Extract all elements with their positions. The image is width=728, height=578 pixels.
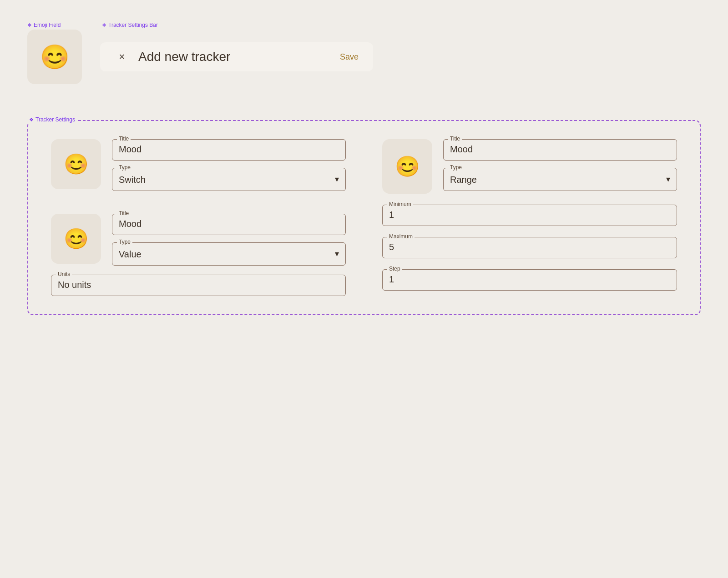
item3-emoji: 😊 <box>395 156 420 176</box>
item3-dropdown-arrow[interactable]: ▾ <box>666 174 670 184</box>
item3-minimum-value: 1 <box>389 208 394 220</box>
item1-type-select-wrapper: Switch ▾ <box>119 173 339 185</box>
tracker-settings-bar: × Add new tracker Save <box>100 42 373 71</box>
tracker-bar-title: Add new tracker <box>138 50 331 64</box>
item2-title-label: Title <box>117 210 131 216</box>
item2-title-field[interactable]: Title Mood <box>112 214 346 235</box>
item1-emoji-box[interactable]: 😊 <box>51 139 101 189</box>
item3-title-label: Title <box>448 136 462 142</box>
tracker-item-value-wrapper: 😊 Title Mood Type Value ▾ <box>51 214 346 296</box>
item2-title-value: Mood <box>119 217 142 229</box>
annotation-tracker-settings: Tracker Settings <box>27 116 77 123</box>
item3-maximum-value: 5 <box>389 240 394 252</box>
emoji-field-box[interactable]: 😊 <box>27 30 82 84</box>
item2-units-value: No units <box>58 278 91 290</box>
item1-fields: Title Mood Type Switch ▾ <box>112 139 346 191</box>
top-section: 😊 × Add new tracker Save <box>27 30 373 84</box>
item3-step-label: Step <box>387 266 402 272</box>
item3-maximum-field[interactable]: Maximum 5 <box>382 237 677 258</box>
right-column: 😊 Title Mood Type Range ▾ <box>382 139 677 296</box>
item2-fields: Title Mood Type Value ▾ <box>112 214 346 266</box>
item3-type-field[interactable]: Type Range ▾ <box>443 168 677 191</box>
item2-emoji-box[interactable]: 😊 <box>51 214 101 264</box>
item3-title-field[interactable]: Title Mood <box>443 139 677 161</box>
item2-type-select-wrapper: Value ▾ <box>119 247 339 260</box>
item1-title-value: Mood <box>119 142 142 154</box>
item2-units-field[interactable]: Units No units <box>51 275 346 296</box>
annotation-emoji-field: Emoji Field <box>27 22 61 28</box>
item3-title-value: Mood <box>450 142 473 154</box>
item3-maximum-label: Maximum <box>387 233 415 240</box>
item3-minimum-label: Minimum <box>387 201 413 207</box>
item3-step-field[interactable]: Step 1 <box>382 269 677 291</box>
item3-fields: Title Mood Type Range ▾ <box>443 139 677 191</box>
item3-type-value: Range <box>450 173 477 185</box>
item3-type-select-wrapper: Range ▾ <box>450 173 670 185</box>
item2-type-field[interactable]: Type Value ▾ <box>112 242 346 266</box>
item2-dropdown-arrow[interactable]: ▾ <box>335 249 339 259</box>
close-button[interactable]: × <box>115 50 129 64</box>
item2-emoji: 😊 <box>64 229 89 249</box>
item1-title-label: Title <box>117 136 131 142</box>
item3-type-label: Type <box>448 164 464 171</box>
save-button[interactable]: Save <box>340 52 359 62</box>
item3-emoji-box[interactable]: 😊 <box>382 139 432 194</box>
item1-type-value: Switch <box>119 173 146 185</box>
item1-emoji: 😊 <box>64 154 89 174</box>
item2-units-label: Units <box>56 271 72 277</box>
item1-type-field[interactable]: Type Switch ▾ <box>112 168 346 191</box>
item2-type-label: Type <box>117 239 132 245</box>
tracker-item-range: 😊 Title Mood Type Range ▾ <box>382 139 677 194</box>
item1-dropdown-arrow[interactable]: ▾ <box>335 174 339 184</box>
item1-title-field[interactable]: Title Mood <box>112 139 346 161</box>
item1-type-label: Type <box>117 164 132 171</box>
annotation-tracker-settings-bar: Tracker Settings Bar <box>102 22 158 28</box>
item3-step-value: 1 <box>389 272 394 284</box>
item3-minimum-field[interactable]: Minimum 1 <box>382 205 677 226</box>
emoji-display-top: 😊 <box>40 45 70 69</box>
item2-type-value: Value <box>119 247 142 260</box>
tracker-item-value: 😊 Title Mood Type Value ▾ <box>51 214 346 266</box>
left-column: 😊 Title Mood Type Switch ▾ <box>51 139 346 296</box>
tracker-settings-container: 😊 Title Mood Type Switch ▾ <box>27 120 701 315</box>
tracker-item-switch: 😊 Title Mood Type Switch ▾ <box>51 139 346 191</box>
